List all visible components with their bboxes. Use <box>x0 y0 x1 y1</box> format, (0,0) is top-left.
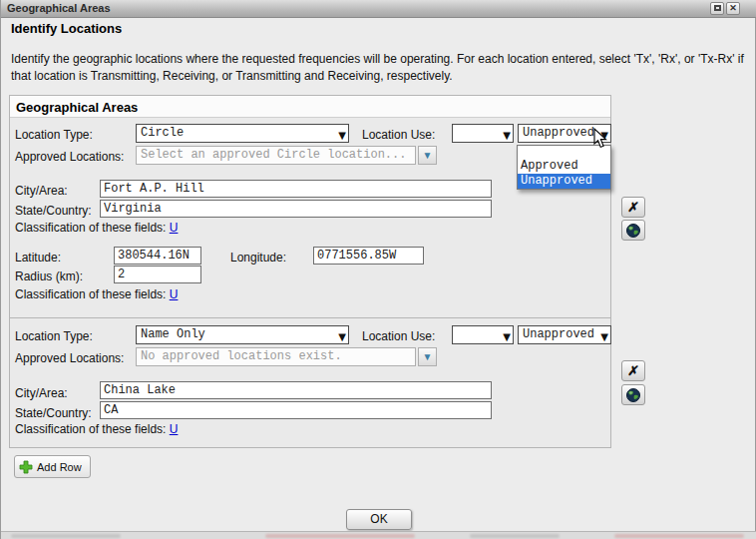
location-type-select-1[interactable]: Circle ▼ <box>136 124 349 143</box>
approved-locations-placeholder: Select an approved Circle location... <box>141 148 406 162</box>
city-label: City/Area: <box>15 184 68 198</box>
map-globe-button-1[interactable] <box>621 220 645 241</box>
close-icon: ✕ <box>729 3 737 13</box>
globe-icon <box>626 388 640 402</box>
panel-title: Geographical Areas <box>10 96 610 118</box>
ok-label: OK <box>370 512 387 526</box>
status-option-unapproved[interactable]: Unapproved <box>518 174 610 189</box>
chevron-down-icon: ▼ <box>600 328 608 344</box>
restore-button[interactable] <box>710 2 724 15</box>
plus-icon <box>19 460 33 474</box>
status-value: Unapproved <box>523 126 594 140</box>
add-row-button[interactable]: Add Row <box>14 455 91 478</box>
approved-locations-dropdown-button-1[interactable]: ▼ <box>418 146 437 165</box>
latitude-label: Latitude: <box>15 251 61 265</box>
state-input-1[interactable] <box>100 200 492 218</box>
delete-x-icon: ✗ <box>621 361 646 380</box>
chevron-down-icon: ▼ <box>338 328 346 344</box>
classification-label: Classification of these fields: <box>15 422 170 436</box>
background-page-edge <box>1 531 756 539</box>
restore-icon <box>714 5 721 11</box>
classification-label: Classification of these fields: <box>15 221 170 235</box>
geographical-areas-dialog: Geographical Areas ✕ Identify Locations … <box>0 0 756 539</box>
classification-link[interactable]: U <box>170 221 179 235</box>
city-input-1[interactable] <box>100 180 492 198</box>
classification-line: Classification of these fields: U <box>15 221 178 235</box>
location-type-value: Circle <box>141 126 184 140</box>
delete-row-button-2[interactable]: ✗ <box>621 360 645 381</box>
approved-locations-combo-1[interactable]: Select an approved Circle location... <box>136 146 416 165</box>
radius-label: Radius (km): <box>15 270 83 283</box>
approved-locations-label: Approved Locations: <box>15 351 124 365</box>
status-option-approved[interactable]: Approved <box>518 159 610 174</box>
dialog-title: Geographical Areas <box>7 2 111 14</box>
delete-x-icon: ✗ <box>621 198 646 217</box>
classification-label: Classification of these fields: <box>15 287 170 301</box>
city-label: City/Area: <box>15 386 68 400</box>
location-type-label: Location Type: <box>15 329 93 343</box>
page-title: Identify Locations <box>11 21 122 36</box>
ok-button[interactable]: OK <box>346 509 412 530</box>
status-value: Unapproved <box>523 327 594 341</box>
classification-line: Classification of these fields: U <box>15 422 178 436</box>
longitude-input[interactable] <box>313 247 424 265</box>
add-row-label: Add Row <box>37 461 82 473</box>
combo-chevron-icon: ▼ <box>423 150 433 161</box>
approved-locations-combo-2[interactable]: No approved locations exist. <box>136 347 416 366</box>
intro-text: Identify the geographic locations where … <box>11 51 745 85</box>
radius-input[interactable] <box>114 266 201 283</box>
location-type-select-2[interactable]: Name Only ▼ <box>136 325 349 344</box>
globe-icon <box>626 224 640 238</box>
classification-line: Classification of these fields: U <box>15 287 178 301</box>
city-input-2[interactable] <box>100 381 492 399</box>
map-globe-button-2[interactable] <box>621 384 645 405</box>
state-label: State/Country: <box>15 204 92 218</box>
status-option-blank[interactable] <box>518 146 610 159</box>
close-button[interactable]: ✕ <box>726 2 740 15</box>
chevron-down-icon: ▼ <box>338 127 346 143</box>
location-use-select-1[interactable]: ▼ <box>452 124 514 143</box>
chevron-down-icon: ▼ <box>503 127 511 143</box>
chevron-down-icon: ▼ <box>503 328 511 344</box>
combo-chevron-icon: ▼ <box>423 351 433 362</box>
state-label: State/Country: <box>15 406 92 420</box>
delete-row-button-1[interactable]: ✗ <box>621 197 645 218</box>
location-type-value: Name Only <box>141 327 205 341</box>
status-select-2[interactable]: Unapproved ▼ <box>518 325 611 344</box>
status-dropdown-popup: Approved Unapproved <box>517 145 611 190</box>
location-type-label: Location Type: <box>15 128 93 142</box>
approved-locations-placeholder: No approved locations exist. <box>141 349 342 363</box>
approved-locations-dropdown-button-2[interactable]: ▼ <box>418 347 437 366</box>
approved-locations-label: Approved Locations: <box>15 150 124 164</box>
classification-link[interactable]: U <box>170 422 179 436</box>
location-use-label: Location Use: <box>362 128 435 142</box>
longitude-label: Longitude: <box>230 251 286 265</box>
section-divider <box>9 317 611 318</box>
classification-link[interactable]: U <box>170 287 179 301</box>
dialog-titlebar: Geographical Areas ✕ <box>1 0 756 18</box>
status-select-1[interactable]: Unapproved ▼ <box>518 124 611 143</box>
location-use-label: Location Use: <box>362 329 435 343</box>
latitude-input[interactable] <box>114 247 201 265</box>
state-input-2[interactable] <box>100 401 492 419</box>
location-use-select-2[interactable]: ▼ <box>452 325 514 344</box>
chevron-down-icon: ▼ <box>600 127 608 143</box>
